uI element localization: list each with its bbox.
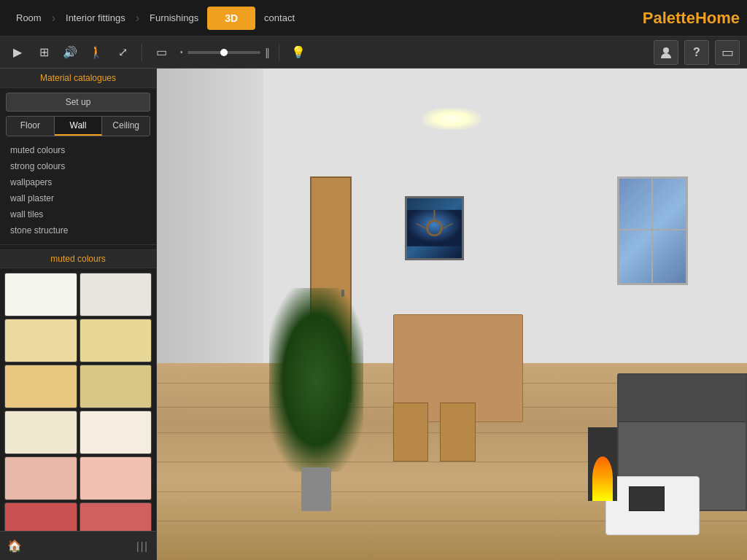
plant (287, 295, 346, 511)
setup-button[interactable]: Set up (6, 93, 150, 112)
nav-interior-fittings[interactable]: Interior fittings (57, 12, 134, 23)
move-button[interactable]: ⤢ (112, 42, 133, 63)
colour-section-header: muted colours (0, 249, 156, 268)
plant-pot (301, 467, 330, 510)
surface-tabs: Floor Wall Ceiling (6, 116, 150, 136)
material-list: muted colours strong colours wallpapers … (0, 141, 156, 240)
sidebar-divider (0, 244, 156, 245)
swatch-3[interactable] (80, 319, 152, 362)
grid-button[interactable]: ⊞ (34, 42, 54, 63)
nav-furnishings[interactable]: Furnishings (141, 12, 207, 23)
wall-picture (405, 196, 464, 260)
swatch-7[interactable] (80, 411, 152, 454)
window-v (651, 179, 653, 282)
svg-point-0 (663, 47, 669, 53)
window-icon: ▭ (721, 44, 734, 61)
toolbar-slider[interactable] (187, 51, 260, 54)
chair-1 (393, 402, 429, 462)
slider-bar: ‖ (265, 47, 270, 58)
logo-prefix: Palette (643, 9, 695, 27)
user-icon-button[interactable] (654, 40, 678, 65)
help-button[interactable]: ? (684, 40, 709, 65)
light-button[interactable]: 💡 (288, 42, 309, 63)
room-window (617, 176, 688, 284)
window-button[interactable]: ▭ (715, 40, 740, 65)
toolbar-right-icons: ? ▭ (654, 40, 740, 65)
material-item-wallpapers[interactable]: wallpapers (6, 174, 150, 190)
slider-area: • ‖ (180, 47, 270, 58)
swatch-8[interactable] (4, 456, 77, 500)
person-button[interactable]: 🚶 (86, 42, 107, 63)
slider-thumb (220, 49, 228, 56)
fire (592, 456, 613, 501)
material-item-muted[interactable]: muted colours (6, 142, 150, 158)
sound-button[interactable]: 🔊 (60, 42, 80, 63)
slider-dot: • (180, 48, 183, 56)
material-item-stone[interactable]: stone structure (6, 222, 150, 238)
nav-chevron-2: › (136, 12, 139, 25)
main-toolbar: ▶ ⊞ 🔊 🚶 ⤢ ▭ • ‖ 💡 ? ▭ (0, 36, 747, 69)
chair-2 (440, 402, 476, 462)
swatch-2[interactable] (4, 319, 77, 362)
help-icon: ? (693, 46, 700, 59)
swatch-1[interactable] (80, 273, 152, 316)
colour-grid (0, 268, 156, 531)
toolbar-separator-1 (142, 44, 142, 61)
top-navigation: Room › Interior fittings › Furnishings 3… (0, 0, 747, 36)
tab-wall[interactable]: Wall (55, 117, 103, 136)
app-logo: PaletteHome (643, 9, 740, 28)
swatch-6[interactable] (4, 411, 77, 454)
swatch-10[interactable] (4, 502, 77, 531)
nav-chevron-1: › (52, 12, 55, 25)
material-item-strong[interactable]: strong colours (6, 158, 150, 174)
room-render (157, 69, 747, 560)
swatch-0[interactable] (4, 273, 77, 316)
material-item-tiles[interactable]: wall tiles (6, 206, 150, 222)
nav-contact[interactable]: contact (255, 12, 303, 23)
rect-button[interactable]: ▭ (151, 42, 171, 63)
swatch-4[interactable] (4, 365, 77, 408)
sidebar-bottom: 🏠 ||| (0, 531, 156, 560)
swatch-9[interactable] (80, 456, 152, 500)
sidebar-home-icon[interactable]: 🏠 (7, 539, 22, 553)
sidebar-header: Material catalogues (0, 69, 156, 88)
ceiling-light (422, 108, 481, 130)
main-content: Material catalogues Set up Floor Wall Ce… (0, 69, 747, 560)
logo-suffix: Home (695, 9, 740, 27)
sidebar-handle-icon[interactable]: ||| (136, 540, 149, 552)
nav-3d[interactable]: 3D (207, 7, 255, 30)
fireplace (588, 427, 617, 501)
3d-viewport[interactable] (157, 69, 747, 560)
swatch-5[interactable] (80, 365, 152, 408)
plant-leaves (269, 288, 363, 472)
laptop (629, 486, 665, 511)
material-item-plaster[interactable]: wall plaster (6, 190, 150, 206)
nav-room[interactable]: Room (7, 12, 50, 23)
tab-floor[interactable]: Floor (7, 117, 55, 136)
tab-ceiling[interactable]: Ceiling (102, 117, 150, 136)
swatch-11[interactable] (80, 502, 152, 531)
toolbar-separator-2 (279, 44, 279, 61)
sidebar: Material catalogues Set up Floor Wall Ce… (0, 69, 157, 560)
play-button[interactable]: ▶ (7, 42, 28, 63)
